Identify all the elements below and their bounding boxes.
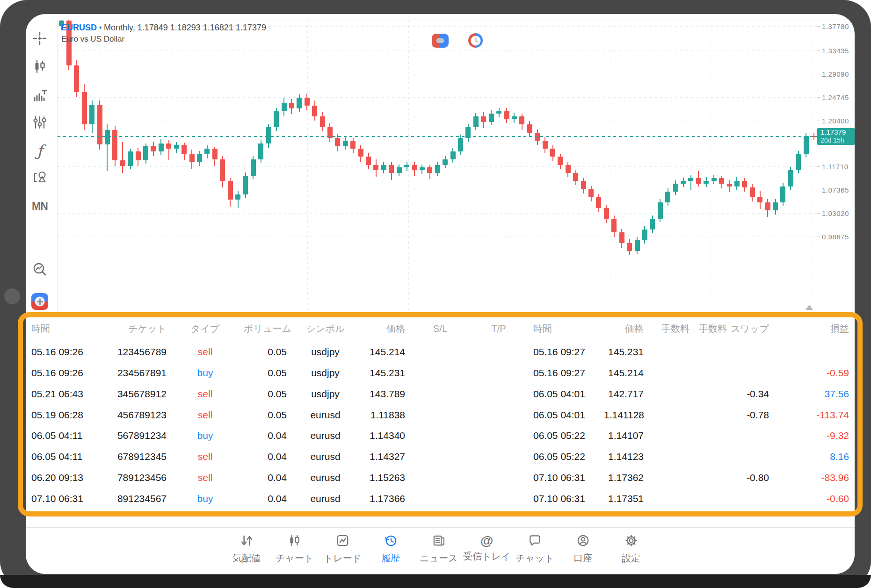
nav-tab-settings[interactable]: 設定 xyxy=(607,533,655,565)
candle-body xyxy=(473,116,479,127)
candle-body xyxy=(404,165,409,168)
candle-body xyxy=(573,173,578,181)
settings-icon xyxy=(624,533,639,550)
symbol-selector[interactable]: EURUSD xyxy=(61,23,97,32)
candle-body xyxy=(82,92,87,124)
price-axis-label: 1.24745 xyxy=(822,93,849,101)
crosshair-icon[interactable] xyxy=(29,28,50,49)
function-icon[interactable]: ƒ xyxy=(29,140,50,161)
candle-body xyxy=(120,160,125,166)
candle-body xyxy=(373,165,378,171)
gridline xyxy=(58,213,818,214)
candle-body xyxy=(274,111,279,128)
candle-body xyxy=(734,181,740,186)
gridline xyxy=(58,50,818,51)
current-price-line xyxy=(58,136,818,137)
quotes-icon xyxy=(240,533,254,550)
nav-label: チャート xyxy=(276,552,313,565)
candle-body xyxy=(366,157,371,165)
nav-tab-trade[interactable]: トレード xyxy=(319,533,367,565)
chart-zoom-icon[interactable] xyxy=(29,259,50,280)
nav-label: 履歴 xyxy=(381,552,400,565)
candle-body xyxy=(343,141,348,146)
new-order-icon[interactable] xyxy=(29,291,50,312)
nav-label: トレード xyxy=(324,552,362,565)
candle-body xyxy=(435,165,440,173)
candle-body xyxy=(742,181,747,187)
candle-body xyxy=(159,143,164,151)
axis-tick xyxy=(817,50,820,51)
candle-body xyxy=(397,167,402,173)
candle-body xyxy=(420,167,425,170)
chart-status-icons xyxy=(432,33,483,48)
nav-tab-account[interactable]: 口座 xyxy=(559,533,607,565)
candle-body xyxy=(642,229,647,240)
nav-label: チャット xyxy=(516,552,554,565)
candle-body xyxy=(765,202,770,210)
candle-body xyxy=(427,167,432,173)
candle-body xyxy=(220,159,225,181)
highlight-annotation xyxy=(18,312,863,516)
chevron-down-icon[interactable]: ▾ xyxy=(99,24,102,31)
nav-tab-inbox[interactable]: @受信トレイ xyxy=(463,533,511,565)
candle-body xyxy=(673,184,678,192)
price-axis-label: 1.11710 xyxy=(822,163,849,171)
candle-body xyxy=(282,103,287,111)
camera-dot-icon xyxy=(4,288,20,304)
indicators-icon[interactable] xyxy=(29,85,50,106)
candle-body xyxy=(711,178,717,181)
candle-body xyxy=(757,197,762,203)
price-axis[interactable]: 1.17379 20d 15h 1.377801.334351.290901.2… xyxy=(817,20,855,313)
nav-tab-history[interactable]: 履歴 xyxy=(367,533,414,565)
candle-body xyxy=(312,106,317,116)
candle-body xyxy=(389,165,394,173)
candle-body xyxy=(512,116,517,119)
nav-tab-chart[interactable]: チャート xyxy=(271,533,319,565)
candle-body xyxy=(305,98,310,106)
gridline xyxy=(307,20,308,313)
candle-body xyxy=(97,105,102,144)
price-axis-label: 0.98675 xyxy=(822,233,849,241)
candle-body xyxy=(550,149,555,157)
gridline xyxy=(207,20,207,313)
scroll-to-end-icon[interactable] xyxy=(806,305,813,310)
candle-body xyxy=(443,159,448,165)
nav-label: 設定 xyxy=(622,552,640,565)
candle-body xyxy=(174,145,179,149)
candle-body xyxy=(212,149,218,159)
price-axis-label: 1.37780 xyxy=(822,22,849,30)
candlestick-style-icon[interactable] xyxy=(29,56,50,77)
candle-body xyxy=(258,143,263,160)
candle-body xyxy=(197,154,202,162)
candlestick-chart[interactable]: EURUSD ▾ Monthly, 1.17849 1.18293 1.1682… xyxy=(57,20,818,313)
candle-body xyxy=(688,178,693,181)
candle-body xyxy=(381,165,386,171)
chart-toolbar: ƒMN xyxy=(26,14,57,313)
objects-icon[interactable] xyxy=(29,167,50,188)
nav-tab-news[interactable]: ニュース xyxy=(415,533,463,565)
candle-body xyxy=(681,181,686,184)
gridline xyxy=(58,121,818,121)
symbol-description: Euro vs US Dollar xyxy=(61,34,266,45)
nav-label: 受信トレイ xyxy=(463,550,510,563)
candle-body xyxy=(143,146,148,160)
candle-body xyxy=(350,141,356,149)
chart-settings-icon[interactable] xyxy=(29,112,50,133)
bezel-bottom-strip xyxy=(0,575,871,588)
candle-body xyxy=(481,116,486,122)
timeframe-button[interactable]: MN xyxy=(29,196,50,216)
nav-tab-chat[interactable]: チャット xyxy=(511,533,559,565)
candle-body xyxy=(151,146,156,151)
nav-items: 気配値チャートトレード履歴ニュース@受信トレイチャット口座設定 xyxy=(223,533,655,565)
candle-body xyxy=(558,157,563,165)
trade-icon xyxy=(335,533,350,550)
candle-body xyxy=(504,111,509,119)
chart-legend[interactable]: EURUSD ▾ Monthly, 1.17849 1.18293 1.1682… xyxy=(61,22,266,45)
candle-body xyxy=(543,141,548,149)
candle-body xyxy=(581,181,586,189)
candle-body xyxy=(496,111,501,114)
axis-tick xyxy=(817,97,820,98)
candle-body xyxy=(358,149,363,157)
nav-tab-quotes[interactable]: 気配値 xyxy=(223,533,270,565)
axis-tick xyxy=(817,166,820,167)
